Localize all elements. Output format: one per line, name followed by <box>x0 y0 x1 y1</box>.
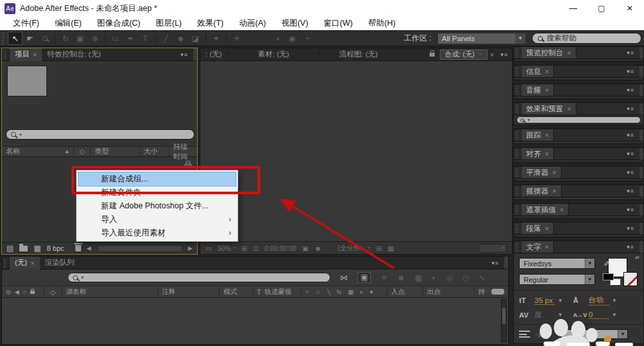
quality-icon[interactable]: ☼ <box>315 289 320 295</box>
panel-grip[interactable] <box>515 67 518 76</box>
type-tool[interactable]: T <box>138 32 153 45</box>
tab-tracker[interactable]: 跟踪× <box>522 129 554 141</box>
tab-paragraph[interactable]: 段落× <box>522 223 554 234</box>
chevron-down-icon[interactable]: ▼ <box>558 298 563 304</box>
panel-grip[interactable] <box>515 48 518 57</box>
menu-help[interactable]: 帮助(H) <box>361 18 403 29</box>
close-icon[interactable]: × <box>545 86 549 94</box>
new-composition-icon[interactable]: ▦ <box>33 244 41 253</box>
axis-mode-icon[interactable]: ◉ <box>285 32 299 45</box>
parent-pickwhip-icon[interactable]: + <box>305 289 308 295</box>
axis-mode-icon[interactable]: ◑ <box>270 32 285 45</box>
effect-icon[interactable]: ╲ <box>327 289 330 295</box>
panel-grip[interactable] <box>193 48 197 60</box>
menu-item-import[interactable]: 导入› <box>77 213 238 226</box>
magnification-dropdown[interactable]: 50% ▾ <box>218 244 236 252</box>
effects-search-input[interactable]: ▾ <box>516 116 641 123</box>
project-search-input[interactable]: ▾ <box>6 129 194 140</box>
transparency-grid-icon[interactable]: ▦ <box>388 244 394 252</box>
horizontal-scrollbar[interactable] <box>97 245 183 252</box>
panel-menu-icon[interactable]: ▾≡ <box>623 150 638 157</box>
tab-project[interactable]: 项目 × <box>10 48 42 61</box>
panel-menu-icon[interactable]: ▾≡ <box>623 132 638 138</box>
menu-item-import-recent[interactable]: 导入最近使用素材› <box>77 226 238 240</box>
tab-render-queue[interactable]: 渲染队列 <box>40 257 80 269</box>
panel-menu-icon[interactable]: ▾≡ <box>623 225 638 232</box>
help-search-input[interactable]: 搜索帮助 <box>532 33 641 44</box>
rotate-tool[interactable]: ↻ <box>58 32 73 45</box>
column-size[interactable]: 大小 <box>140 147 169 156</box>
panel-grip[interactable] <box>639 204 643 215</box>
mode-column[interactable]: 模式 <box>220 286 253 297</box>
panel-menu-icon[interactable]: ▾≡ <box>176 51 192 58</box>
panel-menu-icon[interactable]: ▾≡ <box>623 188 638 194</box>
fx-icon[interactable]: fx <box>337 289 341 295</box>
bit-depth-label[interactable]: 8 bpc <box>47 244 64 252</box>
close-icon[interactable]: × <box>560 206 564 214</box>
column-name[interactable]: 名称 ▲ <box>2 147 74 156</box>
panel-grip[interactable] <box>515 86 518 95</box>
close-icon[interactable]: × <box>30 259 34 267</box>
column-type[interactable]: 类型 <box>91 147 140 156</box>
eye-icon[interactable]: ◎ <box>6 289 11 295</box>
menu-edit[interactable]: 编辑(E) <box>47 18 90 29</box>
close-icon[interactable]: × <box>567 49 571 57</box>
star-tool[interactable]: ✳ <box>229 32 244 45</box>
vertical-scrollbar[interactable] <box>501 299 507 343</box>
panel-grip[interactable] <box>639 223 643 234</box>
duration-column[interactable]: 持 <box>475 286 509 297</box>
panel-menu-icon[interactable]: ▾≡ <box>488 260 503 266</box>
column-scroll-thumb[interactable] <box>491 289 504 295</box>
workspace-dropdown[interactable]: All Panels ▼ <box>437 33 526 44</box>
tracking-value[interactable]: 0 <box>589 311 609 319</box>
close-icon[interactable]: × <box>545 224 549 232</box>
close-icon[interactable]: × <box>567 105 571 113</box>
menu-view[interactable]: 视图(V) <box>274 18 316 29</box>
axis-mode-icon[interactable]: ◔ <box>299 32 314 45</box>
panel-grip[interactable] <box>515 168 518 177</box>
panel-menu-icon[interactable]: ▾≡ <box>623 169 638 176</box>
eraser-tool[interactable]: ◪ <box>188 32 203 45</box>
lock-icon[interactable] <box>30 291 35 294</box>
close-icon[interactable]: × <box>545 131 549 139</box>
column-duration[interactable]: 持续时间 <box>169 147 197 156</box>
puppet-pin-tool[interactable]: ✦ <box>209 32 223 45</box>
panel-menu-icon[interactable]: ▾≡ <box>623 244 638 250</box>
panel-grip[interactable] <box>3 50 6 59</box>
tab-info[interactable]: 信息× <box>522 66 554 77</box>
chevron-down-icon[interactable]: ▼ <box>558 312 563 318</box>
panel-grip[interactable] <box>515 242 518 251</box>
source-name-column[interactable]: 源名称 <box>62 286 158 297</box>
in-point-column[interactable]: 入点 <box>387 286 423 297</box>
speaker-icon[interactable]: ◀ <box>15 289 19 295</box>
leading-value[interactable]: 自动 <box>589 295 609 305</box>
close-button[interactable]: ✕ <box>616 0 644 17</box>
menu-animation[interactable]: 动画(A) <box>231 18 274 29</box>
camera-tool[interactable]: ▣ <box>73 32 88 45</box>
close-icon[interactable]: × <box>545 150 549 158</box>
brush-tool[interactable]: ╱ <box>158 32 173 45</box>
view-layout-dropdown[interactable]: ▾ <box>478 244 507 253</box>
kerning-value[interactable]: 度 <box>535 310 555 320</box>
track-matte-column[interactable]: T 轨道蒙板 <box>253 286 302 297</box>
tab-timeline-none[interactable]: (无) × <box>10 257 40 269</box>
resolution-dropdown[interactable]: (全分辨... ▾ <box>337 244 370 253</box>
panel-menu-icon[interactable]: ▾≡ <box>623 206 638 213</box>
auto-keyframe-icon[interactable]: ◷ <box>462 273 469 282</box>
paragraph-dropdown[interactable]: ▼ <box>561 329 628 339</box>
panel-grip[interactable] <box>639 66 643 77</box>
tab-character[interactable]: 文字× <box>522 241 554 253</box>
panel-grip[interactable] <box>504 257 508 269</box>
clone-stamp-tool[interactable]: ☻ <box>173 32 188 45</box>
comment-column[interactable]: 注释 <box>158 286 220 297</box>
panel-grip[interactable] <box>639 167 643 178</box>
default-colors-swatch[interactable] <box>603 273 621 286</box>
close-icon[interactable]: × <box>490 51 494 59</box>
toolbar-grip[interactable] <box>1 32 5 44</box>
eyedropper-icon[interactable]: ✎ <box>601 260 611 266</box>
tab-wiggler[interactable]: 摇摆器× <box>522 185 562 197</box>
font-family-dropdown[interactable]: Fixedsys ▼ <box>519 258 595 269</box>
show-snapshot-icon[interactable]: ☻ <box>314 244 321 252</box>
panel-grip[interactable] <box>639 241 643 253</box>
tab-layer-none[interactable]: : (无) <box>200 48 227 61</box>
